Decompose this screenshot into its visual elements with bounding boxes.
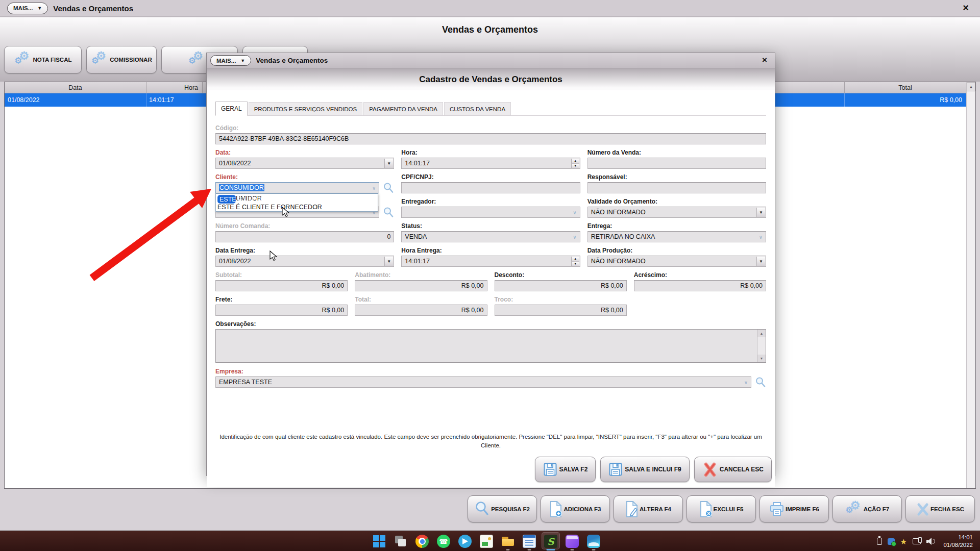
whatsapp-button[interactable]: ☎ [433, 531, 454, 551]
tab-custos[interactable]: CUSTOS DA VENDA [444, 102, 511, 115]
salva-button[interactable]: SALVA F2 [535, 457, 596, 482]
comissionar-button[interactable]: ⚙⚙ COMISSIONAR [86, 46, 157, 73]
task-view-button[interactable] [390, 531, 411, 551]
page-edit-icon [625, 501, 639, 517]
imprime-button[interactable]: IMPRIME F6 [760, 495, 829, 522]
column-header-total[interactable]: Total [844, 82, 966, 93]
chevron-down-icon[interactable]: ∨ [759, 234, 763, 240]
file-explorer-button[interactable] [497, 531, 519, 551]
status-combobox[interactable]: VENDA∨ [401, 231, 580, 242]
dropdown-arrow-icon[interactable]: ▼ [756, 257, 765, 266]
whatsapp-icon: ☎ [437, 535, 450, 548]
notepad-button[interactable] [519, 531, 540, 551]
empresa-search-icon[interactable] [755, 377, 766, 388]
table-scrollbar[interactable]: ▲ [966, 82, 975, 488]
volume-icon[interactable] [926, 538, 935, 545]
page-title: Vendas e Orçamentos [0, 24, 980, 35]
sales-app-icon: S [544, 535, 557, 548]
mais-menu-button[interactable]: MAIS... ▼ [7, 3, 48, 14]
display-icon[interactable] [913, 538, 921, 544]
fecha-button[interactable]: FECHA ESC [905, 495, 975, 522]
wallpaper-app-button[interactable] [583, 531, 604, 551]
textarea-scrollbar[interactable]: ▲ ▼ [757, 330, 766, 362]
telegram-button[interactable] [454, 531, 476, 551]
adiciona-button[interactable]: ADICIONA F3 [541, 495, 610, 522]
tab-produtos-servicos[interactable]: PRODUTOS E SERVIÇOS VENDIDOS [249, 102, 363, 115]
observacoes-textarea[interactable]: ▲ ▼ [215, 329, 766, 363]
acrescimo-field[interactable]: R$ 0,00 [634, 280, 766, 291]
responsavel-field[interactable] [587, 182, 766, 193]
printer-icon [769, 502, 785, 517]
data-label: Data: [215, 149, 394, 157]
desconto-field[interactable]: R$ 0,00 [495, 280, 627, 291]
modal-mais-label: MAIS... [216, 58, 236, 64]
hora-entrega-field[interactable]: 14:01:17▲▼ [401, 256, 580, 267]
column-divider [146, 82, 146, 93]
media-player-button[interactable] [561, 531, 583, 551]
spinner-icon[interactable]: ▲▼ [571, 257, 579, 266]
modal-titlebar: MAIS... ▼ Vendas e Orçamentos × [207, 53, 775, 68]
data-entrega-field[interactable]: 01/08/2022▼ [215, 256, 394, 267]
column-header-data[interactable]: Data [5, 82, 146, 93]
numero-comanda-field: 0 [215, 231, 394, 242]
star-icon[interactable]: ★ [900, 538, 907, 545]
tab-pagamento[interactable]: PAGAMENTO DA VENDA [363, 102, 443, 115]
window-close-icon[interactable]: × [963, 3, 969, 13]
start-button[interactable] [369, 531, 390, 551]
dropdown-option[interactable]: ESTE É CLIENTE E FORNECEDOR [216, 203, 378, 211]
imprime-label: IMPRIME F6 [786, 506, 819, 512]
cliente-search-icon[interactable] [383, 182, 394, 193]
tab-geral[interactable]: GERAL [215, 102, 248, 116]
search-icon[interactable] [383, 207, 394, 218]
image-viewer-button[interactable] [476, 531, 497, 551]
running-indicator [571, 549, 574, 550]
chevron-down-icon[interactable]: ∨ [573, 234, 576, 240]
entregador-combobox[interactable]: ∨ [401, 207, 580, 218]
altera-button[interactable]: ALTERA F4 [614, 495, 683, 522]
chevron-down-icon[interactable]: ∨ [744, 380, 748, 385]
data-entrega-label: Data Entrega: [215, 247, 394, 255]
salva-inclui-button[interactable]: SALVA E INCLUI F9 [600, 457, 689, 482]
taskbar-clock[interactable]: 14:01 01/08/2022 [943, 534, 973, 549]
dropdown-arrow-icon[interactable]: ▼ [384, 159, 393, 168]
data-producao-combobox[interactable]: NÃO INFORMADO▼ [587, 256, 766, 267]
empresa-combobox[interactable]: EMPRESA TESTE∨ [215, 377, 751, 388]
modal-buttons: SALVA F2 SALVA E INCLUI F9 CANCELA ESC [535, 457, 772, 482]
numero-comanda-label: Número Comanda: [215, 222, 394, 230]
spinner-icon[interactable]: ▲▼ [571, 159, 579, 168]
frete-label: Frete: [215, 296, 348, 304]
security-icon[interactable] [888, 538, 895, 545]
cpf-cnpj-field[interactable] [401, 182, 580, 193]
cliente-combobox[interactable]: CONSUMIDOR∨ [215, 182, 379, 193]
exclui-label: EXCLUI F5 [714, 506, 744, 512]
status-label: Status: [401, 222, 580, 230]
validade-orcamento-combobox[interactable]: NÃO INFORMADO▼ [587, 207, 766, 218]
acao-button[interactable]: ⚙⚙ AÇÃO F7 [832, 495, 902, 522]
modal-heading: Cadastro de Vendas e Orçamentos [207, 68, 775, 90]
gears-icon: ⚙⚙ [91, 51, 108, 68]
dropdown-arrow-icon[interactable]: ▼ [756, 208, 765, 217]
scroll-up-icon[interactable]: ▲ [967, 82, 975, 91]
numero-venda-field[interactable] [587, 158, 766, 169]
cancela-button[interactable]: CANCELA ESC [694, 457, 772, 482]
exclui-button[interactable]: EXCLUI F5 [687, 495, 756, 522]
nota-fiscal-button[interactable]: ⚙⚙ NOTA FISCAL [4, 46, 82, 73]
entrega-combobox[interactable]: RETIRADA NO CAIXA∨ [587, 231, 766, 242]
column-header-hora[interactable]: Hora [146, 82, 202, 93]
cliente-field-group: Cliente: CONSUMIDOR∨ CONSUMIDOR ESTE É C… [215, 173, 394, 193]
hora-field[interactable]: 14:01:17▲▼ [401, 158, 580, 169]
entregador-label: Entregador: [401, 198, 580, 206]
modal-mais-button[interactable]: MAIS... ▼ [210, 55, 251, 66]
modal-close-icon[interactable]: × [762, 55, 767, 65]
chrome-button[interactable] [411, 531, 433, 551]
pesquisa-button[interactable]: PESQUISA F2 [468, 495, 537, 522]
frete-field[interactable]: R$ 0,00 [215, 305, 348, 316]
chevron-down-icon[interactable]: ∨ [573, 210, 576, 215]
sales-app-button[interactable]: S [540, 531, 561, 551]
dropdown-option-highlighted[interactable]: ESTE É UM CLIENTE [217, 195, 236, 204]
dropdown-arrow-icon[interactable]: ▼ [384, 257, 393, 266]
usb-icon[interactable] [877, 538, 882, 545]
chevron-down-icon[interactable]: ∨ [372, 185, 376, 191]
column-divider [844, 82, 845, 93]
data-field[interactable]: 01/08/2022▼ [215, 158, 394, 169]
